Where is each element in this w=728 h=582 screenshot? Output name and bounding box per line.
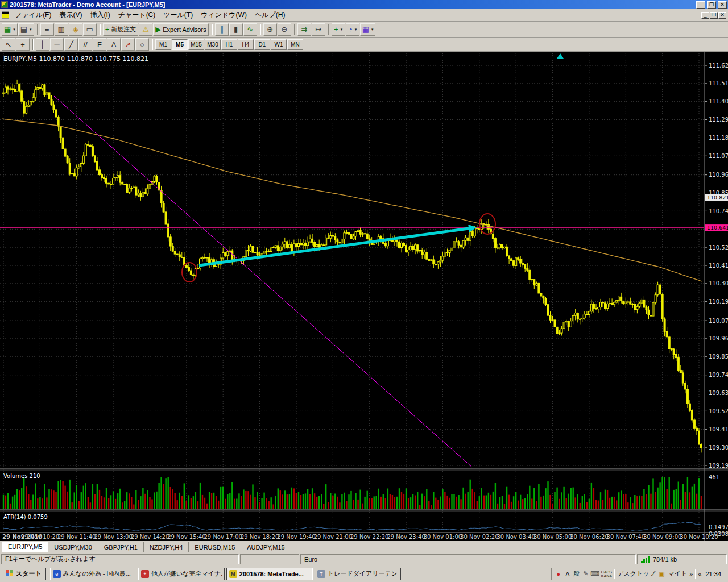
svg-text:109.305: 109.305 bbox=[709, 444, 728, 451]
svg-text:30 Nov 05:00: 30 Nov 05:00 bbox=[533, 534, 572, 540]
timeframe-h4-button[interactable]: H4 bbox=[238, 39, 254, 50]
task-buttons: eみんなの外為 - 国内最...+他人が嫌いな完全マイナ...M2001578:… bbox=[50, 568, 401, 580]
text-button[interactable]: A bbox=[107, 38, 121, 51]
chart-tab-eurusd[interactable]: EURUSD,M15 bbox=[189, 542, 241, 552]
svg-text:110.520: 110.520 bbox=[709, 244, 728, 251]
ime-mode-indicator[interactable]: A bbox=[564, 570, 572, 578]
terminal-button[interactable]: ▭ bbox=[83, 23, 97, 36]
chart-tab-gbpjpy[interactable]: GBPJPY,H1 bbox=[98, 542, 144, 552]
svg-text:110.410: 110.410 bbox=[709, 263, 728, 269]
svg-text:109.855: 109.855 bbox=[709, 354, 728, 360]
zoom-in-button[interactable]: ⊕ bbox=[263, 23, 277, 36]
pen-input-icon[interactable]: ✎ bbox=[582, 570, 590, 578]
navigator-button[interactable]: ◈ bbox=[69, 23, 82, 36]
chart-tab-usdjpy[interactable]: USDJPY,M30 bbox=[48, 542, 98, 552]
new-chart-button[interactable]: ▦▾ bbox=[2, 23, 18, 36]
market-watch-button[interactable]: ≡ bbox=[40, 23, 54, 36]
chart-line-button[interactable]: ∿ bbox=[243, 23, 257, 36]
recorder-icon[interactable]: ● bbox=[555, 570, 562, 578]
chart-shift-button[interactable]: ↦ bbox=[312, 23, 325, 36]
indicators-button[interactable]: +▾ bbox=[332, 23, 345, 36]
periods-icon: ◔ bbox=[348, 26, 353, 33]
taskbar-button[interactable]: +他人が嫌いな完全マイナ... bbox=[138, 568, 225, 580]
timeframe-w1-button[interactable]: W1 bbox=[271, 39, 287, 50]
templates-button[interactable]: ▦▾ bbox=[360, 23, 376, 36]
collapse-tray-icon[interactable]: « bbox=[698, 571, 701, 577]
auto-scroll-icon: ⇉ bbox=[301, 26, 307, 33]
alerts-button[interactable]: ⚠ bbox=[139, 23, 152, 36]
chart-tab-audjpy[interactable]: AUDJPY,M15 bbox=[241, 542, 291, 552]
ime-kanji-indicator[interactable]: 般 bbox=[573, 570, 581, 578]
keyboard-icon[interactable]: ⌨ bbox=[591, 570, 599, 578]
arrows-button[interactable]: ↗ bbox=[121, 38, 135, 51]
timeframe-m5-button[interactable]: M5 bbox=[172, 39, 188, 50]
fibonacci-button[interactable]: F bbox=[93, 38, 106, 51]
svg-text:109.635: 109.635 bbox=[709, 390, 728, 396]
svg-text:30 Nov 09:00: 30 Nov 09:00 bbox=[643, 534, 681, 540]
auto-scroll-button[interactable]: ⇉ bbox=[297, 23, 311, 36]
terminal-icon: ▭ bbox=[86, 26, 93, 33]
toolbar-standard: ▦▾▤▾≡▥◈▭+新規注文⚠▶Expert Advisors∥▮∿⊕⊖⇉↦+▾◔… bbox=[0, 22, 728, 38]
mdi-restore-button[interactable]: ❐ bbox=[710, 12, 718, 19]
svg-text:110.300: 110.300 bbox=[709, 280, 728, 286]
periods-button[interactable]: ◔▾ bbox=[346, 23, 359, 36]
system-tray: ●A般✎⌨ CAPSKANA デスクトップ ▣ マイト » « 21:34 bbox=[551, 568, 726, 580]
folder-toolbar-label[interactable]: マイト bbox=[668, 569, 687, 578]
taskbar-button[interactable]: Tトレードダイアリーテンプレー... bbox=[315, 568, 401, 580]
menu-file[interactable]: ファイル(F) bbox=[11, 9, 55, 21]
svg-text:109.195: 109.195 bbox=[709, 463, 728, 469]
clock[interactable]: 21:34 bbox=[704, 571, 723, 577]
expert-advisors-button[interactable]: ▶Expert Advisors bbox=[153, 23, 208, 36]
svg-text:111.515: 111.515 bbox=[709, 80, 728, 86]
crosshair-button[interactable]: + bbox=[16, 38, 30, 51]
chart-bars-icon: ∥ bbox=[220, 26, 224, 33]
chevron-more-icon[interactable]: » bbox=[689, 571, 693, 577]
timeframe-mn-button[interactable]: MN bbox=[287, 39, 303, 50]
status-bar: F1キーでヘルプが表示されます Euro 784/1 kb bbox=[0, 552, 728, 566]
menu-help[interactable]: ヘルプ(H) bbox=[251, 9, 289, 21]
toolbar-separator bbox=[37, 24, 38, 35]
timeframe-m1-button[interactable]: M1 bbox=[155, 39, 171, 50]
mdi-minimize-button[interactable]: _ bbox=[701, 12, 709, 19]
crosshair-icon: + bbox=[20, 41, 25, 48]
chart-area[interactable]: 111.625111.515111.405111.295111.185111.0… bbox=[0, 52, 728, 541]
task-app-icon: M bbox=[229, 570, 237, 578]
new-order-button[interactable]: +新規注文 bbox=[103, 23, 139, 36]
menu-window[interactable]: ウィンドウ(W) bbox=[197, 9, 251, 21]
vertical-line-button[interactable]: │ bbox=[36, 38, 49, 51]
taskbar-button[interactable]: eみんなの外為 - 国内最... bbox=[50, 568, 136, 580]
taskbar-button[interactable]: M2001578: MetaTrade... bbox=[226, 568, 313, 580]
mdi-close-button[interactable]: ✕ bbox=[718, 12, 726, 19]
timeframe-m30-button[interactable]: M30 bbox=[205, 39, 221, 50]
menu-tools[interactable]: ツール(T) bbox=[159, 9, 197, 21]
desktop-toolbar-label[interactable]: デスクトップ bbox=[617, 569, 656, 578]
zoom-out-button[interactable]: ⊖ bbox=[278, 23, 291, 36]
menu-view[interactable]: 表示(V) bbox=[55, 9, 86, 21]
timeframe-m15-button[interactable]: M15 bbox=[188, 39, 204, 50]
taskbar-divider bbox=[48, 569, 48, 579]
data-window-button[interactable]: ▥ bbox=[55, 23, 68, 36]
svg-text:29 Nov 23:40: 29 Nov 23:40 bbox=[387, 534, 425, 540]
cursor-button[interactable]: ↖ bbox=[2, 38, 15, 51]
svg-text:111.185: 111.185 bbox=[709, 135, 728, 141]
ellipse-button[interactable]: ○ bbox=[135, 38, 149, 51]
close-button[interactable]: ✕ bbox=[718, 1, 727, 9]
horizontal-line-button[interactable]: ─ bbox=[50, 38, 64, 51]
menu-charts[interactable]: チャート(C) bbox=[114, 9, 160, 21]
chart-tab-eurjpy[interactable]: EURJPY,M5 bbox=[2, 542, 48, 552]
chart-window-icon bbox=[2, 11, 9, 19]
start-button[interactable]: スタート bbox=[2, 568, 46, 580]
channel-button[interactable]: // bbox=[78, 38, 92, 51]
menu-insert[interactable]: 挿入(I) bbox=[86, 9, 114, 21]
trendline-button[interactable]: ╱ bbox=[64, 38, 78, 51]
chart-tab-nzdjpy[interactable]: NZDJPY,H4 bbox=[144, 542, 189, 552]
timeframe-d1-button[interactable]: D1 bbox=[254, 39, 270, 50]
timeframe-h1-button[interactable]: H1 bbox=[221, 39, 237, 50]
chart-bars-button[interactable]: ∥ bbox=[215, 23, 229, 36]
market-watch-icon: ≡ bbox=[45, 26, 49, 33]
minimize-button[interactable]: _ bbox=[696, 1, 705, 9]
profiles-button[interactable]: ▤▾ bbox=[18, 23, 34, 36]
price-chart-svg[interactable]: 111.625111.515111.405111.295111.185111.0… bbox=[0, 52, 728, 541]
chart-candles-button[interactable]: ▮ bbox=[229, 23, 243, 36]
maximize-button[interactable]: ❐ bbox=[707, 1, 716, 9]
